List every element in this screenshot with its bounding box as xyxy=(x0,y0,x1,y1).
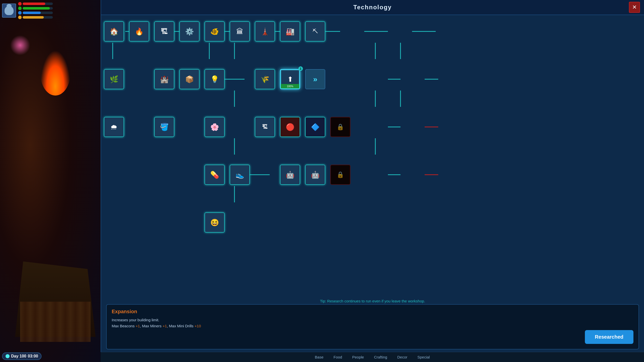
lock-icon-2: 🔒 xyxy=(331,165,350,184)
food-bar xyxy=(23,16,44,19)
tech-node-build1[interactable]: 🏗 xyxy=(153,20,176,43)
researched-button[interactable]: Researched xyxy=(585,330,633,344)
tech-node-robot1[interactable]: 🤖 xyxy=(279,163,301,186)
tech-node-boot[interactable]: 👟 xyxy=(228,163,251,186)
nav-decor[interactable]: Decor xyxy=(397,355,407,359)
lock-icon-1: 🔒 xyxy=(331,117,350,137)
day-label: Day 100 xyxy=(11,354,26,358)
nav-special[interactable]: Special xyxy=(417,355,430,359)
bg-planks xyxy=(20,302,91,342)
highlight-2: +1 xyxy=(163,324,167,328)
tech-node-house[interactable]: 🏠 xyxy=(103,20,125,43)
info-title: Expansion xyxy=(112,309,633,314)
tech-node-barrel[interactable]: 🪣 xyxy=(153,116,176,138)
health-bar xyxy=(23,3,45,5)
tech-node-leaf[interactable]: 🌿 xyxy=(103,68,125,90)
day-icon xyxy=(6,354,10,358)
highlight-1: +1 xyxy=(136,324,140,328)
water-bar xyxy=(23,12,41,14)
tech-node-face[interactable]: 😆 xyxy=(203,211,226,234)
tech-node-lighthouse[interactable]: 🏛 xyxy=(228,20,251,43)
tech-title: Technology xyxy=(353,4,392,11)
stamina-dot xyxy=(18,7,22,10)
stat-bars xyxy=(18,2,53,19)
tip-bar: Tip: Research continues to run even if y… xyxy=(101,297,644,304)
tech-node-blue-machine[interactable]: 🔷 xyxy=(304,116,327,138)
tech-node-drill[interactable]: ⛏ xyxy=(304,20,327,43)
nav-food[interactable]: Food xyxy=(334,355,342,359)
tech-node-box[interactable]: 📦 xyxy=(178,68,201,90)
tech-header: Technology ✕ xyxy=(101,0,644,15)
tech-node-fish[interactable]: 🐠 xyxy=(203,20,226,43)
nav-people[interactable]: People xyxy=(352,355,364,359)
info-description: Increases your building limit. Max Beaco… xyxy=(112,317,633,329)
day-counter: Day 100 03:00 xyxy=(2,352,42,360)
food-dot xyxy=(18,16,22,19)
tech-node-castle[interactable]: 🏰 xyxy=(153,68,176,90)
info-desc-line1: Increases your building limit. xyxy=(112,318,159,322)
tech-node-medkit[interactable]: 💊 xyxy=(203,163,226,186)
time-label: 03:00 xyxy=(28,354,38,358)
tech-node-robot2[interactable]: 🤖 xyxy=(304,163,327,186)
tech-node-silo[interactable]: 🏗 xyxy=(254,116,276,138)
nav-crafting[interactable]: Crafting xyxy=(374,355,387,359)
tech-node-tower[interactable]: 🗼 xyxy=(254,20,276,43)
info-desc-line2: Max Beacons +1, Max Miners +1, Max Mini … xyxy=(112,324,201,328)
tech-node-factory[interactable]: 🏭 xyxy=(279,20,301,43)
water-dot xyxy=(18,11,22,15)
tech-node-wheat[interactable]: 🌾 xyxy=(254,68,276,90)
tech-node-flower[interactable]: 🌸 xyxy=(203,116,226,138)
tech-node-rain[interactable]: 🌧 xyxy=(103,116,125,138)
nav-base[interactable]: Base xyxy=(315,355,324,359)
hud xyxy=(0,0,55,21)
avatar-icon xyxy=(5,6,14,15)
tech-node-locked-1[interactable]: 🔒 xyxy=(329,116,352,138)
tech-tree[interactable]: 🏠 🔥 🏗 ⚙️ 🐠 🏛 🗼 🏭 ⛏ 🌿 🏰 xyxy=(101,15,644,297)
tech-node-expansion[interactable]: ⬆ 100% 1 xyxy=(279,68,301,90)
tech-panel: Technology ✕ xyxy=(101,0,644,352)
info-panel: Expansion Increases your building limit.… xyxy=(106,304,639,349)
health-dot xyxy=(18,2,22,6)
bottom-nav: Base Food People Crafting Decor Special xyxy=(101,352,644,362)
bg-fire xyxy=(40,50,70,96)
highlight-3: +10 xyxy=(194,324,201,328)
close-button[interactable]: ✕ xyxy=(629,2,640,13)
connections-svg xyxy=(101,15,644,297)
tech-node-locked-2[interactable]: 🔒 xyxy=(329,163,352,186)
tech-node-fire[interactable]: 🔥 xyxy=(128,20,150,43)
tip-text: Tip: Research continues to run even if y… xyxy=(320,299,425,303)
tech-node-arrow[interactable]: » xyxy=(304,68,327,90)
tech-node-red-machine[interactable]: 🔴 xyxy=(279,116,301,138)
stamina-bar xyxy=(23,7,50,10)
avatar[interactable] xyxy=(2,4,16,18)
bg-glow xyxy=(10,35,30,55)
tech-node-gear[interactable]: ⚙️ xyxy=(178,20,201,43)
game-background xyxy=(0,0,101,362)
tech-node-lights[interactable]: 💡 xyxy=(203,68,226,90)
